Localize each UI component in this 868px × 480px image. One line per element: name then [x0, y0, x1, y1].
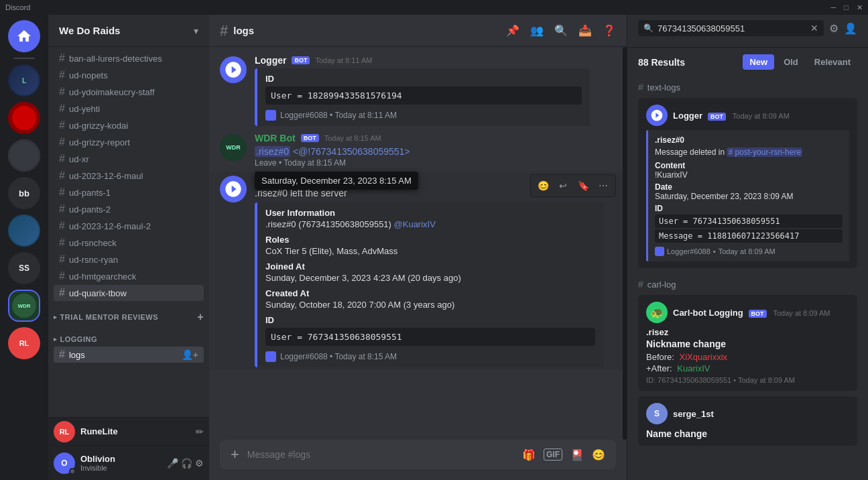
- search-tab-new[interactable]: New: [743, 54, 774, 70]
- hash-icon: #: [59, 136, 65, 148]
- channel-item-grizzy-report[interactable]: # ud-grizzy-report: [54, 134, 204, 150]
- sr-embed-footer-sep: •: [713, 247, 716, 255]
- user-bar-runelite: RL RuneLite ✏: [48, 417, 209, 445]
- edit-icon[interactable]: ✏: [196, 426, 204, 437]
- inbox-icon[interactable]: 📥: [578, 24, 592, 37]
- search-section-header-text-logs: # text-logs: [638, 82, 857, 93]
- reply-btn[interactable]: ↩: [554, 176, 572, 195]
- channel-item-maul[interactable]: # ud-2023-12-6-maul: [54, 168, 204, 184]
- channel-item-grizzy-kodai[interactable]: # ud-grizzy-kodai: [54, 117, 204, 133]
- category-trial-mentor[interactable]: ▸ TRIAL MENTOR REVIEWS +: [48, 302, 209, 326]
- add-member-icon[interactable]: 👤+: [182, 349, 198, 360]
- input-right-icons: 🎁 GIF 🎴 😊: [522, 448, 605, 461]
- embed-field-name-userinfo: User Information: [265, 208, 595, 218]
- search-tab-old[interactable]: Old: [777, 54, 805, 70]
- server-icon-red[interactable]: [8, 102, 40, 134]
- embed-field-name-created: Created At: [265, 288, 595, 298]
- embed-footer-icon-3: [265, 351, 276, 362]
- mention-risez[interactable]: .risez#0: [255, 146, 290, 157]
- header-icons: 📌 👥 🔍 📥 ❓: [506, 24, 616, 37]
- after-val: KuarixIV: [677, 363, 710, 373]
- category-logging[interactable]: ▸ LOGGING: [48, 326, 209, 346]
- settings-icon[interactable]: ⚙: [195, 458, 204, 469]
- carl-user-label: .risez: [646, 327, 849, 337]
- scroll-bar[interactable]: [623, 47, 627, 440]
- mic-icon[interactable]: 🎤: [167, 458, 178, 469]
- message-input[interactable]: [247, 449, 514, 460]
- channel-item-ydoi[interactable]: # ud-ydoimakeucry-staff: [54, 84, 204, 100]
- search-tab-relevant[interactable]: Relevant: [808, 54, 857, 70]
- search-tabs: New Old Relevant: [743, 54, 857, 70]
- mention-id: <@!767341350638059551>: [293, 146, 410, 157]
- channel-item-pants2[interactable]: # ud-pants-2: [54, 201, 204, 217]
- search-filter-icon-2[interactable]: 👤: [844, 22, 857, 35]
- server-icon-league[interactable]: L: [8, 64, 40, 97]
- server-header[interactable]: We Do Raids ▾: [48, 15, 209, 47]
- channel-item-rsnc-ryan[interactable]: # ud-rsnc-ryan: [54, 251, 204, 267]
- sr-embed-content-section: Content !KuarixIV: [655, 161, 843, 180]
- sr-channel-mention[interactable]: # post-your-rsn-here: [727, 147, 802, 157]
- app-title: Discord: [5, 3, 30, 11]
- gif-icon[interactable]: GIF: [544, 448, 562, 461]
- server-icon-bb[interactable]: bb: [8, 177, 40, 209]
- message-group-2: WDR WDR Bot BOT Today at 8:15 AM .risez#…: [209, 130, 627, 170]
- embed-footer-text-1: Logger#6088 • Today at 8:11 AM: [280, 111, 397, 120]
- search-input-wrap: 🔍 ✕: [638, 20, 824, 36]
- more-btn[interactable]: 🔖: [574, 176, 593, 195]
- hash-icon: #: [59, 203, 65, 215]
- help-icon[interactable]: ❓: [603, 24, 616, 37]
- search-results-list: # text-logs Logger BOT Today at 8:09 AM: [627, 74, 868, 480]
- hash-icon: #: [59, 287, 65, 299]
- channel-item-maul2[interactable]: # ud-2023-12-6-maul-2: [54, 218, 204, 234]
- members-icon[interactable]: 👥: [530, 24, 544, 37]
- chevron-down-icon: ▾: [194, 25, 198, 36]
- before-val: XiXquarixxix: [680, 352, 728, 362]
- section-channel-carl: carl-log: [647, 280, 676, 290]
- search-close-icon[interactable]: ✕: [810, 23, 818, 34]
- channel-item-logs[interactable]: # logs 👤+: [54, 347, 204, 363]
- hash-icon: #: [59, 86, 65, 98]
- search-results-count: 88 Results: [638, 57, 685, 68]
- channel-item-ban[interactable]: # ban-all-lurers-detectives: [54, 50, 204, 66]
- server-icon-ss[interactable]: SS: [8, 252, 40, 284]
- channel-item-nopets[interactable]: # ud-nopets: [54, 67, 204, 83]
- maximize-btn[interactable]: □: [844, 3, 849, 12]
- server-divider: [13, 58, 35, 59]
- sticker-icon[interactable]: 🎴: [570, 448, 584, 461]
- add-channel-icon[interactable]: +: [197, 311, 204, 323]
- channel-label: ud-rsnc-ryan: [69, 255, 118, 265]
- server-icon-blue[interactable]: [8, 215, 40, 247]
- gift-icon[interactable]: 🎁: [522, 448, 536, 461]
- headphone-icon[interactable]: 🎧: [181, 458, 192, 469]
- user-info-oblivion: Oblivion Invisible: [80, 454, 162, 472]
- server-icon-dark1[interactable]: [8, 139, 40, 172]
- channel-item-xr[interactable]: # ud-xr: [54, 151, 204, 167]
- emoji-icon[interactable]: 😊: [592, 448, 605, 461]
- ellipsis-btn[interactable]: ⋯: [594, 176, 613, 195]
- server-home[interactable]: [8, 20, 40, 52]
- user-controls: ✏: [196, 426, 204, 437]
- pin-icon[interactable]: 📌: [506, 24, 519, 37]
- channel-item-quarix-tbow[interactable]: # ud-quarix-tbow: [54, 285, 204, 301]
- after-label: +After:: [646, 363, 672, 373]
- close-btn[interactable]: ✕: [857, 3, 863, 12]
- embed-field-name-id: ID: [265, 74, 582, 84]
- minimize-btn[interactable]: ─: [831, 3, 836, 12]
- avatar-oblivion: O: [54, 453, 75, 474]
- search-filter-icon-1[interactable]: ⚙: [829, 22, 839, 35]
- channel-item-pants1[interactable]: # ud-pants-1: [54, 184, 204, 200]
- server-icon-runelite[interactable]: RL: [8, 327, 40, 359]
- channel-item-rsncheck[interactable]: # ud-rsncheck: [54, 235, 204, 251]
- search-result-ts-1: Today at 8:09 AM: [733, 112, 790, 120]
- search-result-serge-author: serge_1st: [673, 409, 714, 419]
- channel-item-yehti[interactable]: # ud-yehti: [54, 101, 204, 117]
- channel-label: ud-rsncheck: [69, 238, 117, 248]
- hash-icon-carl: #: [638, 279, 643, 290]
- server-icon-wdr[interactable]: WDR: [8, 290, 40, 322]
- channel-item-hmtgear[interactable]: # ud-hmtgearcheck: [54, 268, 204, 284]
- add-content-btn[interactable]: +: [231, 446, 239, 463]
- message-input-area: + 🎁 GIF 🎴 😊: [209, 440, 627, 480]
- search-input[interactable]: [658, 23, 806, 34]
- search-icon[interactable]: 🔍: [554, 24, 568, 37]
- emoji-reaction-btn[interactable]: 😊: [534, 176, 552, 195]
